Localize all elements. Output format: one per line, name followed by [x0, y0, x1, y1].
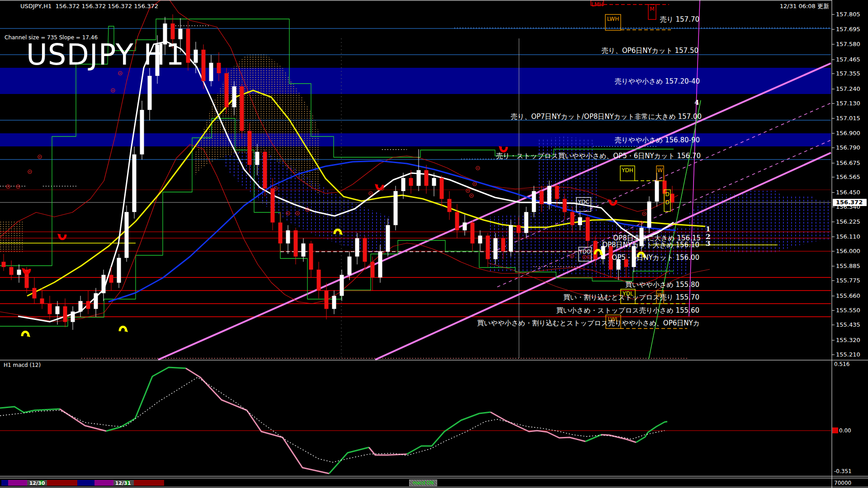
entry-dot-icon — [307, 209, 308, 210]
macd-line — [407, 412, 491, 454]
price-axis: 157.805157.695157.580157.465157.355157.2… — [832, 11, 867, 486]
price-axis-label: 157.695 — [836, 26, 860, 33]
candle-body — [225, 73, 229, 107]
order-annotation: 買い小さめ・ストップロス売り小さめ 155.60 — [557, 306, 699, 314]
price-axis-label: 155.775 — [836, 277, 860, 284]
candle-body — [317, 270, 321, 291]
session-segment — [94, 480, 113, 486]
candle-body — [140, 110, 144, 155]
macd-line — [329, 447, 369, 474]
buy-signal-icon — [120, 327, 128, 332]
candle-body — [340, 275, 344, 296]
candle-body — [294, 230, 298, 257]
candle-body — [355, 238, 359, 257]
macd-axis-label: 0.516 — [834, 361, 849, 367]
session-segment — [8, 480, 27, 486]
candle-body — [394, 191, 398, 225]
candle-body — [86, 301, 90, 309]
candle-body — [486, 235, 490, 259]
price-axis-label: 156.675 — [836, 160, 860, 166]
entry-dot-icon — [467, 190, 468, 191]
order-annotation: 売り、OP6日NYカット 157.50 — [602, 47, 698, 55]
session-segment — [77, 480, 94, 486]
date-label: 12/31 — [115, 480, 131, 486]
macd-toggle-button[interactable]: macd ON — [409, 479, 437, 486]
candle-body — [102, 275, 106, 293]
candle-body — [432, 178, 436, 186]
candle-body — [463, 222, 467, 230]
candle-body — [278, 222, 283, 243]
candle-body — [248, 131, 252, 165]
pivot-box-label: D — [665, 191, 669, 197]
cloud-area — [0, 221, 23, 253]
candle-body — [209, 63, 213, 81]
watermark: USDJPY H1 — [26, 38, 184, 71]
pivot-box-label: LWH — [607, 16, 619, 22]
pivot-box-label: YDO — [579, 249, 591, 255]
order-annotation: 売り、OP7日NYカット/OP8日NYカット非常に大きめ 157.00 — [511, 113, 702, 121]
pivot-box-label: M — [650, 6, 654, 12]
candle-body — [417, 170, 421, 186]
price-axis-label: 157.355 — [836, 70, 860, 77]
entry-dot-icon — [39, 156, 40, 157]
candle-body — [448, 199, 452, 212]
order-annotation: 買いやや小さめ 155.80 — [625, 281, 699, 289]
price-axis-label: 156.565 — [836, 174, 860, 180]
buy-signal-icon — [22, 332, 30, 337]
sell-signal-icon — [499, 146, 507, 151]
price-axis-label: 155.550 — [836, 307, 860, 314]
candle-body — [194, 50, 198, 63]
session-strip: 12/3012/31 — [1, 480, 164, 486]
candle-body — [501, 238, 505, 251]
price-axis-label: 156.450 — [836, 189, 860, 196]
candle-body — [471, 222, 475, 243]
macd-line — [186, 368, 329, 474]
macd-line — [369, 447, 407, 455]
macd-line — [0, 407, 60, 413]
order-annotation: 売り・ストップロス買いやや小さめ、OP5・6日NYカット 156.70 — [496, 152, 701, 160]
candle-body — [670, 194, 675, 203]
session-segment — [134, 480, 164, 486]
candle-body — [655, 181, 659, 202]
candle-body — [171, 23, 175, 39]
entry-dot-icon — [382, 188, 382, 189]
price-axis-label: 156.000 — [836, 248, 860, 254]
candle-body — [332, 296, 336, 309]
entry-dot-icon — [113, 90, 113, 91]
chart-canvas: LMHMLWHYDHWYDCDDYDOYDLWLWL 4123売り 157.70… — [0, 0, 868, 488]
candle-body — [79, 301, 83, 311]
order-annotation: 売りやや小さめ 156.80-90 — [614, 136, 700, 144]
order-annotation: 売り 157.70 — [660, 15, 699, 23]
price-axis-label: 157.015 — [836, 115, 860, 122]
price-axis-label: 157.240 — [836, 85, 860, 92]
macd-line — [491, 412, 585, 441]
price-axis-label: 157.465 — [836, 56, 860, 63]
wave-count-label: 3 — [706, 239, 710, 248]
candle-body — [571, 212, 575, 225]
candle-body — [9, 267, 14, 275]
candle-body — [56, 306, 60, 314]
symbol-ohlc-readout: USDJPY,H1 156.372 156.372 156.372 156.37… — [20, 3, 158, 9]
price-axis-label: 156.900 — [836, 130, 860, 136]
candle-body — [378, 251, 382, 277]
price-axis-label: 155.660 — [836, 292, 860, 299]
candle-body — [240, 86, 244, 131]
price-axis-label: 156.110 — [836, 233, 860, 240]
candle-body — [586, 217, 590, 241]
candle-body — [2, 262, 6, 267]
candle-body — [202, 50, 206, 81]
candle-body — [148, 76, 152, 110]
price-axis-label: 157.805 — [836, 11, 860, 18]
candle-body — [117, 258, 121, 283]
price-bands — [0, 68, 831, 146]
pivot-box-label: D — [665, 199, 669, 206]
candle-body — [33, 288, 37, 298]
macd-line — [585, 435, 601, 441]
candle-body — [547, 186, 552, 204]
update-timestamp: 12/31 06:08 更新 — [780, 2, 829, 10]
trading-chart-window: LMHMLWHYDHWYDCDDYDOYDLWLWL 4123売り 157.70… — [0, 0, 868, 488]
pivot-box-label: YDH — [621, 167, 633, 174]
macd-axis-label: -0.351 — [834, 468, 852, 474]
macd-axis-label: 0.00 — [839, 427, 851, 434]
sell-zone-band — [0, 133, 831, 146]
